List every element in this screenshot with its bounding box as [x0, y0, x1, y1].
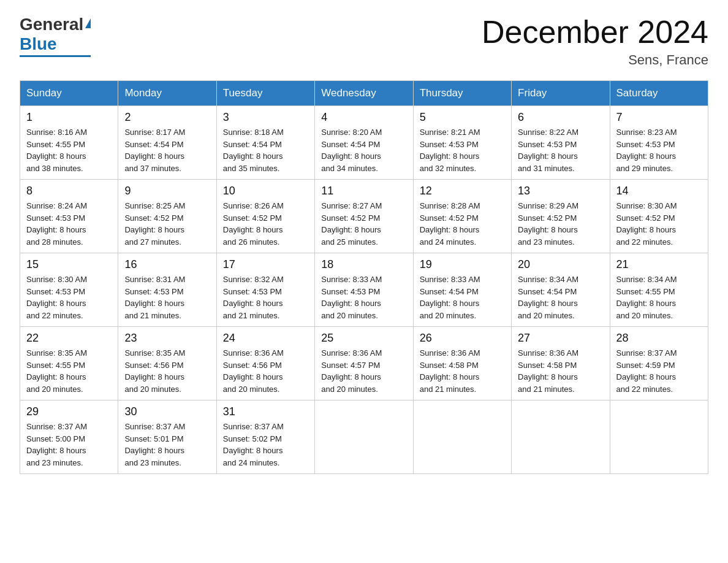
day-info: Sunrise: 8:32 AM Sunset: 4:53 PM Dayligh… — [223, 274, 308, 321]
day-info: Sunrise: 8:21 AM Sunset: 4:53 PM Dayligh… — [420, 126, 505, 174]
day-number: 12 — [420, 185, 505, 197]
day-number: 26 — [420, 332, 505, 345]
day-info: Sunrise: 8:34 AM Sunset: 4:55 PM Dayligh… — [616, 274, 702, 321]
calendar-cell: 21Sunrise: 8:34 AM Sunset: 4:55 PM Dayli… — [610, 253, 708, 327]
calendar-week-row: 22Sunrise: 8:35 AM Sunset: 4:55 PM Dayli… — [20, 327, 708, 400]
logo-general-text: General — [20, 15, 83, 34]
day-info: Sunrise: 8:22 AM Sunset: 4:53 PM Dayligh… — [518, 126, 603, 174]
day-info: Sunrise: 8:33 AM Sunset: 4:54 PM Dayligh… — [420, 274, 505, 321]
day-info: Sunrise: 8:25 AM Sunset: 4:52 PM Dayligh… — [124, 200, 210, 248]
calendar-cell — [413, 400, 511, 474]
day-info: Sunrise: 8:36 AM Sunset: 4:58 PM Dayligh… — [518, 347, 603, 395]
column-header-saturday: Saturday — [610, 81, 708, 106]
day-number: 19 — [420, 258, 505, 271]
calendar-cell: 11Sunrise: 8:27 AM Sunset: 4:52 PM Dayli… — [315, 180, 413, 253]
day-info: Sunrise: 8:16 AM Sunset: 4:55 PM Dayligh… — [26, 126, 112, 174]
calendar-header-row: SundayMondayTuesdayWednesdayThursdayFrid… — [20, 81, 708, 106]
day-number: 2 — [124, 111, 210, 124]
day-info: Sunrise: 8:27 AM Sunset: 4:52 PM Dayligh… — [321, 200, 406, 248]
day-info: Sunrise: 8:35 AM Sunset: 4:56 PM Dayligh… — [124, 347, 210, 395]
day-info: Sunrise: 8:34 AM Sunset: 4:54 PM Dayligh… — [518, 274, 603, 321]
day-number: 24 — [223, 332, 308, 345]
calendar-week-row: 15Sunrise: 8:30 AM Sunset: 4:53 PM Dayli… — [20, 253, 708, 327]
calendar-cell: 26Sunrise: 8:36 AM Sunset: 4:58 PM Dayli… — [413, 327, 511, 400]
day-number: 5 — [420, 111, 505, 124]
day-info: Sunrise: 8:37 AM Sunset: 5:00 PM Dayligh… — [26, 421, 112, 469]
day-info: Sunrise: 8:26 AM Sunset: 4:52 PM Dayligh… — [223, 200, 308, 248]
calendar-cell: 29Sunrise: 8:37 AM Sunset: 5:00 PM Dayli… — [20, 400, 118, 474]
day-number: 7 — [616, 111, 702, 124]
calendar-cell: 8Sunrise: 8:24 AM Sunset: 4:53 PM Daylig… — [20, 180, 118, 253]
calendar-cell — [315, 400, 413, 474]
column-header-monday: Monday — [118, 81, 216, 106]
calendar-cell: 18Sunrise: 8:33 AM Sunset: 4:53 PM Dayli… — [315, 253, 413, 327]
day-number: 8 — [26, 185, 112, 197]
calendar-cell: 9Sunrise: 8:25 AM Sunset: 4:52 PM Daylig… — [118, 180, 216, 253]
day-number: 29 — [26, 405, 112, 418]
day-number: 30 — [124, 405, 210, 418]
day-number: 6 — [518, 111, 603, 124]
calendar-cell: 5Sunrise: 8:21 AM Sunset: 4:53 PM Daylig… — [413, 106, 511, 180]
calendar-cell: 1Sunrise: 8:16 AM Sunset: 4:55 PM Daylig… — [20, 106, 118, 180]
day-info: Sunrise: 8:28 AM Sunset: 4:52 PM Dayligh… — [420, 200, 505, 248]
calendar-cell: 3Sunrise: 8:18 AM Sunset: 4:54 PM Daylig… — [216, 106, 314, 180]
column-header-wednesday: Wednesday — [315, 81, 413, 106]
day-number: 28 — [616, 332, 702, 345]
day-number: 1 — [26, 111, 112, 124]
calendar-cell: 28Sunrise: 8:37 AM Sunset: 4:59 PM Dayli… — [610, 327, 708, 400]
day-number: 27 — [518, 332, 603, 345]
calendar-cell — [610, 400, 708, 474]
day-number: 13 — [518, 185, 603, 197]
month-title: December 2024 — [482, 15, 708, 50]
day-info: Sunrise: 8:20 AM Sunset: 4:54 PM Dayligh… — [321, 126, 406, 174]
day-info: Sunrise: 8:30 AM Sunset: 4:52 PM Dayligh… — [616, 200, 702, 248]
calendar-week-row: 8Sunrise: 8:24 AM Sunset: 4:53 PM Daylig… — [20, 180, 708, 253]
day-number: 18 — [321, 258, 406, 271]
day-info: Sunrise: 8:37 AM Sunset: 5:02 PM Dayligh… — [223, 421, 308, 469]
logo: General Blue — [20, 15, 91, 57]
logo-blue-text: Blue — [20, 34, 57, 54]
calendar-cell: 10Sunrise: 8:26 AM Sunset: 4:52 PM Dayli… — [216, 180, 314, 253]
calendar-cell: 22Sunrise: 8:35 AM Sunset: 4:55 PM Dayli… — [20, 327, 118, 400]
calendar-cell: 2Sunrise: 8:17 AM Sunset: 4:54 PM Daylig… — [118, 106, 216, 180]
column-header-tuesday: Tuesday — [216, 81, 314, 106]
day-info: Sunrise: 8:29 AM Sunset: 4:52 PM Dayligh… — [518, 200, 603, 248]
day-number: 14 — [616, 185, 702, 197]
day-number: 17 — [223, 258, 308, 271]
day-number: 21 — [616, 258, 702, 271]
day-info: Sunrise: 8:37 AM Sunset: 5:01 PM Dayligh… — [124, 421, 210, 469]
calendar-cell: 25Sunrise: 8:36 AM Sunset: 4:57 PM Dayli… — [315, 327, 413, 400]
day-number: 3 — [223, 111, 308, 124]
calendar-cell — [512, 400, 610, 474]
calendar-cell: 15Sunrise: 8:30 AM Sunset: 4:53 PM Dayli… — [20, 253, 118, 327]
calendar-cell: 13Sunrise: 8:29 AM Sunset: 4:52 PM Dayli… — [512, 180, 610, 253]
day-number: 23 — [124, 332, 210, 345]
header-right: December 2024 Sens, France — [482, 15, 708, 68]
calendar-cell: 12Sunrise: 8:28 AM Sunset: 4:52 PM Dayli… — [413, 180, 511, 253]
day-info: Sunrise: 8:36 AM Sunset: 4:57 PM Dayligh… — [321, 347, 406, 395]
day-info: Sunrise: 8:24 AM Sunset: 4:53 PM Dayligh… — [26, 200, 112, 248]
calendar-cell: 24Sunrise: 8:36 AM Sunset: 4:56 PM Dayli… — [216, 327, 314, 400]
day-info: Sunrise: 8:36 AM Sunset: 4:58 PM Dayligh… — [420, 347, 505, 395]
day-info: Sunrise: 8:37 AM Sunset: 4:59 PM Dayligh… — [616, 347, 702, 395]
day-info: Sunrise: 8:33 AM Sunset: 4:53 PM Dayligh… — [321, 274, 406, 321]
calendar-cell: 27Sunrise: 8:36 AM Sunset: 4:58 PM Dayli… — [512, 327, 610, 400]
day-number: 15 — [26, 258, 112, 271]
day-number: 10 — [223, 185, 308, 197]
column-header-sunday: Sunday — [20, 81, 118, 106]
day-info: Sunrise: 8:30 AM Sunset: 4:53 PM Dayligh… — [26, 274, 112, 321]
day-number: 16 — [124, 258, 210, 271]
calendar-cell: 20Sunrise: 8:34 AM Sunset: 4:54 PM Dayli… — [512, 253, 610, 327]
calendar-cell: 7Sunrise: 8:23 AM Sunset: 4:53 PM Daylig… — [610, 106, 708, 180]
column-header-thursday: Thursday — [413, 81, 511, 106]
calendar-cell: 30Sunrise: 8:37 AM Sunset: 5:01 PM Dayli… — [118, 400, 216, 474]
day-number: 11 — [321, 185, 406, 197]
calendar-cell: 4Sunrise: 8:20 AM Sunset: 4:54 PM Daylig… — [315, 106, 413, 180]
day-number: 22 — [26, 332, 112, 345]
day-number: 25 — [321, 332, 406, 345]
day-number: 31 — [223, 405, 308, 418]
calendar-week-row: 29Sunrise: 8:37 AM Sunset: 5:00 PM Dayli… — [20, 400, 708, 474]
calendar-cell: 23Sunrise: 8:35 AM Sunset: 4:56 PM Dayli… — [118, 327, 216, 400]
day-info: Sunrise: 8:23 AM Sunset: 4:53 PM Dayligh… — [616, 126, 702, 174]
page-header: General Blue December 2024 Sens, France — [20, 15, 708, 68]
